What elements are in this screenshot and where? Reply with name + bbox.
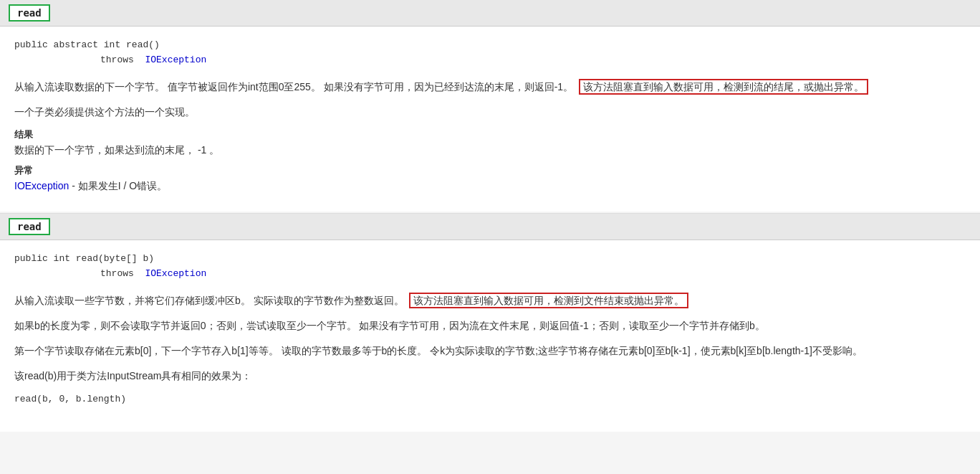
section1-badge: read xyxy=(9,4,50,22)
code2-throws-line: throws IOException xyxy=(14,267,966,282)
section1-body: public abstract int read() throws IOExce… xyxy=(0,27,980,212)
section2-desc4: 该read(b)用于类方法InputStream具有相同的效果为： xyxy=(14,367,966,385)
section1-desc-main: 从输入流读取数据的下一个字节。 值字节被返回作为int范围0至255。 如果没有… xyxy=(14,81,573,93)
section1-exception-label: 异常 xyxy=(14,164,966,177)
section1-exception-text: IOException - 如果发生I / O错误。 xyxy=(14,180,966,193)
section2-header: read xyxy=(0,214,980,240)
section2-badge: read xyxy=(9,218,50,235)
section2-desc3: 第一个字节读取存储在元素b[0]，下一个字节存入b[1]等等。 读取的字节数最多… xyxy=(14,342,966,360)
section2-desc2: 如果b的长度为零，则不会读取字节并返回0；否则，尝试读取至少一个字节。 如果没有… xyxy=(14,317,966,335)
section2-highlight: 该方法阻塞直到输入数据可用，检测到文件结束或抛出异常。 xyxy=(409,293,688,308)
section-read-byte-array: read public int read(byte[] b) throws IO… xyxy=(0,214,980,432)
throws-keyword2: throws xyxy=(100,268,134,279)
section1-result-text: 数据的下一个字节，如果达到流的末尾， -1 。 xyxy=(14,144,966,157)
ioexception-link1[interactable]: IOException xyxy=(145,54,206,65)
code-example-text: read(b, 0, b.length) xyxy=(14,394,126,404)
section1-description: 从输入流读取数据的下一个字节。 值字节被返回作为int范围0至255。 如果没有… xyxy=(14,78,966,96)
section1-exception-detail: - 如果发生I / O错误。 xyxy=(69,180,167,191)
section2-description: 从输入流读取一些字节数，并将它们存储到缓冲区b。 实际读取的字节数作为整数返回。… xyxy=(14,292,966,310)
section2-desc-main: 从输入流读取一些字节数，并将它们存储到缓冲区b。 实际读取的字节数作为整数返回。 xyxy=(14,295,404,306)
ioexception-link1b[interactable]: IOException xyxy=(14,180,69,191)
section1-header: read xyxy=(0,0,980,27)
throws-keyword: throws xyxy=(100,54,134,65)
code-line1: public abstract int read() xyxy=(14,39,160,50)
section-read-abstract: read public abstract int read() throws I… xyxy=(0,0,980,212)
section1-result-label: 结果 xyxy=(14,128,966,141)
section1-subdesc: 一个子类必须提供这个方法的一个实现。 xyxy=(14,103,966,121)
section2-code-example: read(b, 0, b.length) xyxy=(14,392,966,407)
section2-body: public int read(byte[] b) throws IOExcep… xyxy=(0,240,980,432)
ioexception-link2[interactable]: IOException xyxy=(145,268,206,279)
section1-highlight: 该方法阻塞直到输入数据可用，检测到流的结尾，或抛出异常。 xyxy=(579,79,868,95)
code2-line1: public int read(byte[] b) xyxy=(14,253,154,264)
code-throws-line: throws IOException xyxy=(14,53,966,68)
section1-code: public abstract int read() throws IOExce… xyxy=(14,38,966,68)
section2-code: public int read(byte[] b) throws IOExcep… xyxy=(14,252,966,282)
